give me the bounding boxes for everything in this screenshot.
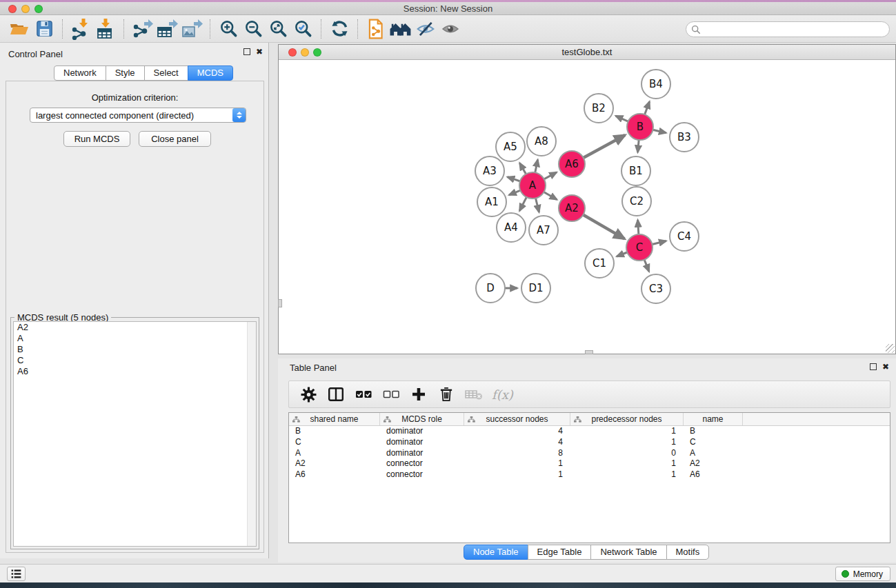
table-row[interactable]: A6connector11A6 <box>289 469 890 480</box>
table-cell[interactable]: A6 <box>289 469 380 480</box>
node-B3[interactable]: B3 <box>670 123 699 152</box>
criterion-dropdown[interactable]: largest connected component (directed) <box>30 108 246 123</box>
result-item-a6[interactable]: A6 <box>14 366 256 377</box>
table-cell[interactable]: dominator <box>380 437 464 448</box>
tab-network-table[interactable]: Network Table <box>590 545 666 560</box>
node-A4[interactable]: A4 <box>497 213 526 242</box>
float-panel-icon[interactable] <box>243 48 250 55</box>
node-A6[interactable]: A6 <box>559 151 585 177</box>
node-A5[interactable]: A5 <box>496 132 525 161</box>
run-mcds-button[interactable]: Run MCDS <box>63 131 130 147</box>
deselect-all-button[interactable] <box>379 383 404 405</box>
table-row[interactable]: Cdominator41C <box>289 437 890 448</box>
new-network-from-selection-button[interactable] <box>364 17 388 41</box>
result-item-b[interactable]: B <box>14 344 256 355</box>
node-C[interactable]: C <box>626 234 653 261</box>
node-C2[interactable]: C2 <box>622 187 651 216</box>
table-cell[interactable]: 1 <box>464 469 570 480</box>
network-left-scroll-stub[interactable] <box>278 299 282 307</box>
table-cell[interactable]: A <box>684 448 743 459</box>
network-window-titlebar[interactable]: testGlobe.txt <box>279 45 895 60</box>
import-table-button[interactable] <box>93 17 118 41</box>
network-bottom-scroll-stub[interactable] <box>585 350 593 354</box>
table-row[interactable]: A2connector11A2 <box>289 458 890 469</box>
task-history-button[interactable] <box>7 567 26 581</box>
node-A1[interactable]: A1 <box>477 187 506 216</box>
network-graph[interactable]: AA1A2A3A4A5A6A7A8BB1B2B3B4CC1C2C3C4DD1 <box>279 61 895 354</box>
node-A7[interactable]: A7 <box>529 216 558 245</box>
zoom-in-button[interactable] <box>216 17 241 41</box>
toolbar-search-field[interactable] <box>686 21 890 37</box>
table-cell[interactable]: connector <box>380 469 464 480</box>
close-panel-icon[interactable]: ✖ <box>256 48 263 55</box>
table-cell[interactable]: 4 <box>464 426 570 437</box>
result-item-c[interactable]: C <box>14 355 256 366</box>
result-list-scrollbar[interactable] <box>247 322 256 546</box>
table-cell[interactable]: dominator <box>380 426 464 437</box>
node-C4[interactable]: C4 <box>670 222 699 251</box>
table-cell[interactable]: 8 <box>464 448 570 459</box>
zoom-out-button[interactable] <box>241 17 266 41</box>
table-cell[interactable]: 1 <box>570 458 684 469</box>
table-cell[interactable]: B <box>289 426 380 437</box>
table-cell[interactable]: B <box>684 426 743 437</box>
float-table-panel-icon[interactable] <box>870 363 877 370</box>
table-cell[interactable]: 0 <box>570 448 684 459</box>
column-header-MCDS-role[interactable]: MCDS role <box>380 413 464 425</box>
table-cell[interactable]: C <box>684 437 743 448</box>
table-cell[interactable]: 1 <box>570 437 684 448</box>
table-row[interactable]: Bdominator41B <box>289 426 890 437</box>
node-A2[interactable]: A2 <box>559 195 585 221</box>
tab-edge-table[interactable]: Edge Table <box>528 545 592 560</box>
memory-button[interactable]: Memory <box>835 567 890 581</box>
delete-row-button[interactable] <box>434 383 459 405</box>
table-cell[interactable]: 1 <box>570 469 684 480</box>
tab-select[interactable]: Select <box>144 65 188 81</box>
table-cell[interactable]: A2 <box>289 458 380 469</box>
table-cell[interactable]: C <box>289 437 380 448</box>
save-session-button[interactable] <box>32 17 57 41</box>
mcds-result-list[interactable]: A2ABCA6 <box>13 321 257 547</box>
add-row-button[interactable] <box>406 383 431 405</box>
tab-node-table[interactable]: Node Table <box>464 545 528 560</box>
node-A3[interactable]: A3 <box>475 156 504 185</box>
node-A[interactable]: A <box>519 172 546 199</box>
export-network-button[interactable] <box>130 17 155 41</box>
network-resize-grip[interactable] <box>886 344 895 353</box>
node-C3[interactable]: C3 <box>641 274 670 303</box>
tab-style[interactable]: Style <box>106 65 145 81</box>
node-A8[interactable]: A8 <box>527 127 556 156</box>
export-table-button[interactable] <box>155 17 179 41</box>
function-builder-button[interactable]: f(x) <box>489 387 513 402</box>
open-session-button[interactable] <box>7 17 32 41</box>
tab-mcds[interactable]: MCDS <box>188 65 233 81</box>
table-row[interactable]: Adominator80A <box>289 448 890 459</box>
close-table-panel-icon[interactable]: ✖ <box>882 363 889 370</box>
result-item-a[interactable]: A <box>14 333 256 344</box>
node-D1[interactable]: D1 <box>521 274 550 303</box>
show-columns-button[interactable] <box>323 383 348 405</box>
import-network-button[interactable] <box>68 17 93 41</box>
table-cell[interactable]: A6 <box>684 469 743 480</box>
table-cell[interactable]: A <box>289 448 380 459</box>
column-header-shared-name[interactable]: shared name <box>289 413 380 425</box>
search-input[interactable] <box>701 23 889 36</box>
column-header-successor-nodes[interactable]: successor nodes <box>464 413 570 425</box>
node-B[interactable]: B <box>627 114 653 140</box>
table-cell[interactable]: connector <box>380 458 464 469</box>
node-table[interactable]: shared nameMCDS rolesuccessor nodesprede… <box>288 412 890 543</box>
close-panel-button[interactable]: Close panel <box>139 131 211 147</box>
table-options-button[interactable] <box>296 383 321 405</box>
node-D[interactable]: D <box>476 274 505 303</box>
apply-layout-button[interactable] <box>327 17 352 41</box>
result-item-a2[interactable]: A2 <box>14 322 256 333</box>
table-cell[interactable]: 1 <box>464 458 570 469</box>
network-canvas[interactable]: AA1A2A3A4A5A6A7A8BB1B2B3B4CC1C2C3C4DD1 <box>279 61 895 354</box>
column-header-name[interactable]: name <box>684 413 743 425</box>
show-all-button[interactable] <box>438 17 463 41</box>
table-cell[interactable]: 1 <box>570 426 684 437</box>
table-cell[interactable]: 4 <box>464 437 570 448</box>
table-cell[interactable]: dominator <box>380 448 464 459</box>
first-neighbors-button[interactable] <box>388 17 413 41</box>
node-B1[interactable]: B1 <box>621 156 650 185</box>
